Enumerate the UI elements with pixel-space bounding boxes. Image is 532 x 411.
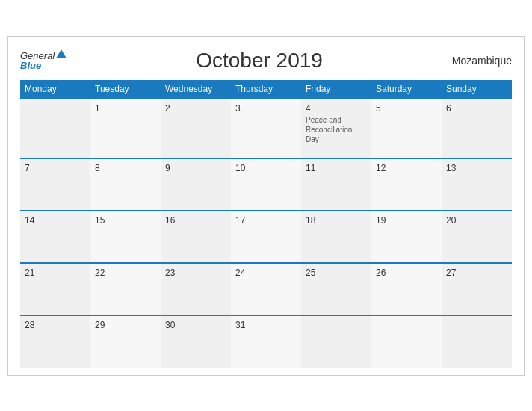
calendar-cell: 16: [161, 211, 231, 263]
day-number: 7: [25, 163, 86, 173]
calendar-cell: 5: [371, 99, 442, 158]
day-number: 8: [95, 163, 156, 173]
day-number: 17: [235, 215, 297, 226]
header-friday: Friday: [301, 80, 371, 99]
header-thursday: Thursday: [231, 80, 301, 99]
calendar-cell: 8: [90, 158, 161, 211]
calendar-cell: 15: [90, 211, 161, 263]
calendar-grid: Monday Tuesday Wednesday Thursday Friday…: [20, 80, 512, 368]
header-monday: Monday: [20, 80, 90, 99]
logo-general-text: General: [20, 51, 55, 61]
day-number: 23: [165, 268, 226, 278]
calendar-country: Mozambique: [452, 55, 512, 67]
calendar-title: October 2019: [196, 49, 323, 72]
day-number: 13: [446, 163, 507, 173]
calendar-cell: 22: [90, 263, 161, 315]
calendar-cell: 27: [442, 263, 512, 315]
calendar-cell: 26: [371, 263, 442, 315]
day-number: 3: [235, 103, 297, 114]
event-text: Peace and Reconciliation Day: [306, 115, 367, 144]
calendar-cell: [301, 315, 371, 368]
calendar-cell: 29: [90, 315, 161, 368]
calendar-cell: 12: [371, 158, 442, 211]
header-sunday: Sunday: [442, 80, 512, 99]
calendar-cell: 30: [161, 315, 231, 368]
weekday-header-row: Monday Tuesday Wednesday Thursday Friday…: [20, 80, 512, 99]
calendar-cell: 24: [231, 263, 301, 315]
calendar-cell: 11: [301, 158, 371, 211]
day-number: 27: [446, 268, 507, 278]
day-number: 4: [306, 103, 367, 114]
calendar-cell: 19: [371, 211, 442, 263]
header-wednesday: Wednesday: [161, 80, 231, 99]
calendar-header: General Blue October 2019 Mozambique: [20, 49, 512, 72]
day-number: 31: [235, 320, 297, 330]
calendar-week-row: 78910111213: [20, 158, 512, 211]
calendar-cell: 1: [90, 99, 161, 158]
day-number: 11: [306, 163, 367, 173]
calendar-cell: [20, 99, 90, 158]
calendar-week-row: 14151617181920: [20, 211, 512, 263]
day-number: 6: [446, 103, 507, 114]
day-number: 25: [306, 268, 367, 278]
calendar-cell: 10: [231, 158, 301, 211]
calendar-cell: 17: [231, 211, 301, 263]
day-number: 2: [165, 103, 226, 114]
day-number: 1: [95, 103, 156, 114]
day-number: 28: [25, 320, 86, 330]
day-number: 15: [95, 215, 156, 226]
calendar-cell: 31: [231, 315, 301, 368]
day-number: 14: [25, 215, 86, 226]
calendar-cell: 2: [161, 99, 231, 158]
day-number: 22: [95, 268, 156, 278]
logo-blue-text: Blue: [20, 61, 66, 70]
day-number: 30: [165, 320, 226, 330]
day-number: 5: [376, 103, 437, 114]
day-number: 9: [165, 163, 226, 173]
calendar-cell: 13: [442, 158, 512, 211]
day-number: 29: [95, 320, 156, 330]
logo: General Blue: [20, 51, 66, 70]
day-number: 21: [25, 268, 86, 278]
calendar-cell: 6: [442, 99, 512, 158]
calendar-cell: 25: [301, 263, 371, 315]
logo-triangle-icon: [56, 49, 66, 58]
calendar-cell: 9: [161, 158, 231, 211]
calendar-container: General Blue October 2019 Mozambique Mon…: [7, 36, 525, 376]
calendar-cell: [371, 315, 442, 368]
header-saturday: Saturday: [371, 80, 442, 99]
calendar-week-row: 1234Peace and Reconciliation Day56: [20, 99, 512, 158]
day-number: 26: [376, 268, 437, 278]
day-number: 16: [165, 215, 226, 226]
calendar-cell: 3: [231, 99, 301, 158]
calendar-cell: 14: [20, 211, 90, 263]
day-number: 10: [235, 163, 297, 173]
header-tuesday: Tuesday: [90, 80, 161, 99]
calendar-cell: [442, 315, 512, 368]
calendar-body: 1234Peace and Reconciliation Day56789101…: [20, 99, 512, 368]
calendar-cell: 20: [442, 211, 512, 263]
day-number: 12: [376, 163, 437, 173]
calendar-cell: 23: [161, 263, 231, 315]
day-number: 20: [446, 215, 507, 226]
calendar-cell: 18: [301, 211, 371, 263]
calendar-thead: Monday Tuesday Wednesday Thursday Friday…: [20, 80, 512, 99]
calendar-cell: 7: [20, 158, 90, 211]
day-number: 19: [376, 215, 437, 226]
day-number: 18: [306, 215, 367, 226]
calendar-cell: 21: [20, 263, 90, 315]
calendar-week-row: 28293031: [20, 315, 512, 368]
calendar-week-row: 21222324252627: [20, 263, 512, 315]
day-number: 24: [235, 268, 297, 278]
calendar-cell: 4Peace and Reconciliation Day: [301, 99, 371, 158]
calendar-cell: 28: [20, 315, 90, 368]
